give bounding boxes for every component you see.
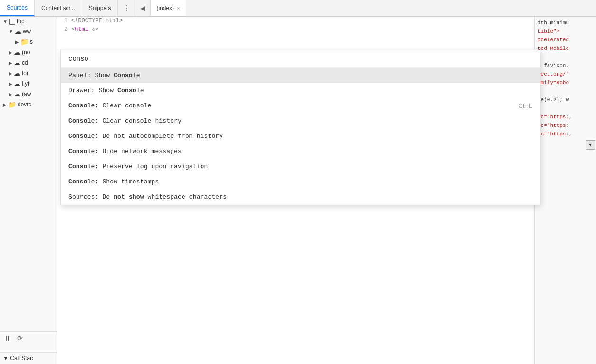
right-line-4: ted Mobile bbox=[536, 44, 595, 53]
item-text-console-no-autocomplete: Console: Do not autocomplete from histor… bbox=[68, 133, 532, 140]
item-text-console-hide-network: Console: Hide network messages bbox=[68, 148, 532, 155]
sidebar-item-devtc[interactable]: ▶ 📁 devtc bbox=[0, 99, 57, 110]
tree-arrow-for: ▶ bbox=[9, 71, 12, 76]
autocomplete-item-console-hide-network[interactable]: Console: Hide network messages bbox=[61, 144, 540, 159]
tree-arrow-devtc: ▶ bbox=[3, 102, 7, 107]
right-line-2: tible"> bbox=[536, 27, 595, 36]
line-content-2: <html ◇> bbox=[71, 25, 534, 34]
tree-arrow-raw: ▶ bbox=[9, 92, 12, 97]
call-stack-section: ▼ Call Stac bbox=[0, 352, 57, 364]
sidebar-item-raw[interactable]: ▶ ☁ raw bbox=[0, 89, 57, 99]
right-line-6: p_favicon. bbox=[536, 61, 595, 70]
cd-label: cd bbox=[22, 59, 28, 66]
right-line-11: rc="https:, bbox=[536, 113, 595, 121]
cloud-icon-for: ☁ bbox=[14, 69, 20, 77]
right-line-8: amily=Robo bbox=[536, 78, 595, 87]
right-line-7: ject.org/' bbox=[536, 70, 595, 78]
code-line-2: 2 <html ◇> bbox=[57, 25, 534, 34]
tree-arrow-top: ▼ bbox=[3, 19, 8, 24]
right-line-13: rc="https:, bbox=[536, 130, 595, 138]
more-tabs-button[interactable]: ⋮ bbox=[118, 0, 135, 16]
command-input[interactable]: conso bbox=[61, 50, 540, 68]
for-label: for bbox=[22, 70, 29, 77]
autocomplete-item-console-preserve-log[interactable]: Console: Preserve log upon navigation bbox=[61, 159, 540, 174]
item-text-drawer-show-console: Drawer: Show Console bbox=[68, 87, 532, 94]
right-line-5 bbox=[536, 53, 595, 61]
autocomplete-item-console-timestamps[interactable]: Console: Show timestamps bbox=[61, 174, 540, 190]
shortcut-console-clear: Ctrl L bbox=[519, 103, 532, 109]
tab-sources-label: Sources bbox=[7, 4, 28, 11]
autocomplete-item-console-clear-history[interactable]: Console: Clear console history bbox=[61, 114, 540, 129]
right-panel: dth,minimu tible"> ccelerated ted Mobile… bbox=[534, 17, 596, 364]
devtc-label: devtc bbox=[18, 101, 31, 108]
code-line-1: 1 <!DOCTYPE html> bbox=[57, 17, 534, 25]
command-input-value: conso bbox=[68, 55, 88, 63]
folder-icon-devtc: 📁 bbox=[8, 101, 16, 108]
top-frame-icon bbox=[9, 19, 15, 25]
cloud-icon-raw: ☁ bbox=[14, 90, 20, 98]
tab-content-scr[interactable]: Content scr... bbox=[35, 0, 82, 16]
right-line-10: le(0.2);-w bbox=[536, 96, 595, 104]
autocomplete-item-panel-show-console[interactable]: Panel: Show Console bbox=[61, 68, 540, 83]
panel-toggle-button[interactable]: ◀ bbox=[135, 0, 151, 16]
autocomplete-item-sources-whitespace[interactable]: Sources: Do not show whitespace characte… bbox=[61, 190, 540, 205]
line-number-2: 2 bbox=[57, 25, 71, 34]
autocomplete-item-drawer-show-console[interactable]: Drawer: Show Console bbox=[61, 83, 540, 98]
autocomplete-item-console-no-autocomplete[interactable]: Console: Do not autocomplete from histor… bbox=[61, 129, 540, 144]
sidebar-item-top[interactable]: ▼ top bbox=[0, 17, 57, 26]
debug-controls: ⏸ ⟳ bbox=[3, 334, 54, 343]
item-text-console-clear-history: Console: Clear console history bbox=[68, 117, 532, 125]
autocomplete-item-console-clear[interactable]: Console: Clear console Ctrl L bbox=[61, 98, 540, 114]
right-line-12: rc="https: bbox=[536, 121, 595, 130]
tree-arrow-s: ▶ bbox=[15, 39, 19, 45]
sidebar: ▼ top ▼ ☁ ww ▶ 📁 s ▶ ☁ (no ▶ ☁ bbox=[0, 17, 57, 364]
cloud-icon-no: ☁ bbox=[14, 48, 20, 56]
right-line-3: ccelerated bbox=[536, 36, 595, 44]
autocomplete-dropdown: conso Panel: Show Console Drawer: Show C… bbox=[60, 50, 540, 205]
pause-button[interactable]: ⏸ bbox=[3, 334, 12, 343]
close-file-tab-button[interactable]: × bbox=[177, 5, 180, 11]
devtools-panel: Sources Content scr... Snippets ⋮ ◀ (ind… bbox=[0, 0, 596, 364]
ww-label: ww bbox=[23, 28, 31, 35]
file-tab-index-label: (index) bbox=[156, 5, 174, 11]
line-content-1: <!DOCTYPE html> bbox=[71, 17, 534, 25]
cloud-icon-cd: ☁ bbox=[14, 59, 20, 67]
item-text-console-timestamps: Console: Show timestamps bbox=[68, 178, 532, 185]
item-text-panel-show-console: Panel: Show Console bbox=[68, 72, 532, 79]
sidebar-item-cd[interactable]: ▶ ☁ cd bbox=[0, 57, 57, 68]
item-text-sources-whitespace: Sources: Do not show whitespace characte… bbox=[68, 193, 532, 201]
item-text-console-preserve-log: Console: Preserve log upon navigation bbox=[68, 163, 532, 170]
item-text-console-clear: Console: Clear console bbox=[68, 102, 519, 109]
pause-icon: ⏸ bbox=[4, 335, 11, 342]
tab-sources[interactable]: Sources bbox=[0, 0, 35, 16]
tree-arrow-cd: ▶ bbox=[9, 60, 12, 66]
call-stack-label: ▼ Call Stac bbox=[3, 355, 33, 362]
s-folder-label: s bbox=[30, 38, 33, 45]
more-icon: ⋮ bbox=[123, 4, 130, 13]
line-number-1: 1 bbox=[57, 17, 71, 25]
no-label: (no bbox=[22, 49, 30, 56]
cloud-icon-ww: ☁ bbox=[15, 28, 21, 35]
tab-snippets[interactable]: Snippets bbox=[82, 0, 118, 16]
right-line-1: dth,minimu bbox=[536, 19, 595, 27]
sidebar-item-no[interactable]: ▶ ☁ (no bbox=[0, 47, 57, 57]
raw-label: raw bbox=[22, 91, 31, 97]
sidebar-item-ww[interactable]: ▼ ☁ ww bbox=[0, 26, 57, 37]
sidebar-item-for[interactable]: ▶ ☁ for bbox=[0, 68, 57, 78]
sidebar-item-iyt[interactable]: ▶ ☁ i.yt bbox=[0, 78, 57, 89]
tab-content-scr-label: Content scr... bbox=[41, 5, 75, 11]
tree-arrow-no: ▶ bbox=[9, 50, 12, 55]
tab-bar: Sources Content scr... Snippets ⋮ ◀ (ind… bbox=[0, 0, 596, 17]
cloud-icon-iyt: ☁ bbox=[14, 80, 20, 87]
resume-icon: ⟳ bbox=[17, 335, 23, 342]
iyt-label: i.yt bbox=[22, 80, 29, 87]
tree-arrow-ww: ▼ bbox=[9, 29, 13, 34]
sidebar-item-s-folder[interactable]: ▶ 📁 s bbox=[0, 37, 57, 47]
tree-arrow-iyt: ▶ bbox=[9, 81, 12, 86]
panel-toggle-icon: ◀ bbox=[140, 4, 145, 12]
top-label: top bbox=[17, 18, 25, 25]
tab-snippets-label: Snippets bbox=[89, 5, 111, 11]
scroll-button[interactable]: ▼ bbox=[586, 140, 595, 150]
file-tab-index[interactable]: (index) × bbox=[151, 0, 185, 16]
resume-button[interactable]: ⟳ bbox=[15, 334, 25, 343]
